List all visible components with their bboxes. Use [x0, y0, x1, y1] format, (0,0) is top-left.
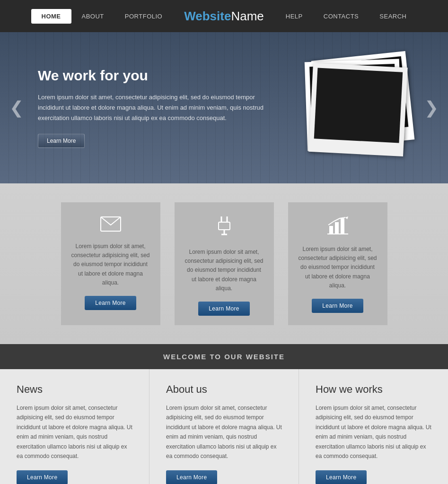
bottom-col-about-text: Lorem ipsum dolor sit amet, consectetur …	[166, 403, 282, 461]
svg-marker-9	[345, 216, 348, 219]
bottom-col-about: About us Lorem ipsum dolor sit amet, con…	[149, 369, 299, 484]
envelope-icon	[100, 216, 121, 234]
polaroid-3	[308, 63, 408, 156]
svg-rect-7	[335, 222, 339, 233]
nav-item-help[interactable]: HELP	[275, 9, 313, 24]
bottom-col-how: How we works Lorem ipsum dolor sit amet,…	[299, 369, 448, 484]
hero-section: ❮ We work for you Lorem ipsum dolor sit …	[0, 32, 448, 183]
chart-icon	[327, 216, 348, 237]
bottom-col-about-heading: About us	[166, 383, 282, 396]
svg-rect-8	[341, 218, 344, 233]
hero-arrow-left[interactable]: ❮	[0, 93, 33, 122]
feature-text-1: Lorem ipsum dolor sit amet, consectetur …	[184, 248, 264, 293]
nav-item-about[interactable]: ABOUT	[71, 9, 114, 24]
photo-area-3	[314, 68, 403, 143]
bottom-col-about-learn-more-button[interactable]: Learn More	[166, 470, 217, 484]
nav-item-portfolio[interactable]: PORTFOLIO	[114, 9, 173, 24]
logo-name: Name	[231, 9, 264, 23]
feature-card-0: Lorem ipsum dolor sit amet, consectetur …	[61, 202, 160, 325]
bottom-col-how-text: Lorem ipsum dolor sit amet, consectetur …	[316, 403, 431, 461]
nav-items: HOME ABOUT PORTFOLIO WebsiteName HELP CO…	[0, 5, 448, 27]
bottom-col-news: News Lorem ipsum dolor sit amet, consect…	[0, 369, 149, 484]
feature-card-2: Lorem ipsum dolor sit amet, consectetur …	[288, 202, 387, 325]
feature-learn-more-button-2[interactable]: Learn More	[312, 299, 363, 313]
feature-text-0: Lorem ipsum dolor sit amet, consectetur …	[70, 242, 151, 287]
logo-website: Website	[184, 9, 231, 23]
hero-arrow-right[interactable]: ❯	[415, 93, 448, 122]
svg-rect-3	[219, 222, 230, 230]
nav-item-search[interactable]: SEARCH	[369, 9, 417, 24]
bottom-col-news-text: Lorem ipsum dolor sit amet, consectetur …	[17, 403, 132, 461]
navbar: HOME ABOUT PORTFOLIO WebsiteName HELP CO…	[0, 0, 448, 32]
plug-icon	[216, 216, 233, 240]
bottom-col-news-learn-more-button[interactable]: Learn More	[17, 470, 68, 484]
polaroid-stack	[287, 51, 410, 164]
nav-item-contacts[interactable]: CONTACTS	[313, 9, 369, 24]
bottom-col-how-learn-more-button[interactable]: Learn More	[316, 470, 367, 484]
feature-card-1: Lorem ipsum dolor sit amet, consectetur …	[175, 202, 274, 325]
features-section: Lorem ipsum dolor sit amet, consectetur …	[0, 183, 448, 344]
feature-learn-more-button-1[interactable]: Learn More	[198, 302, 249, 316]
bottom-col-how-heading: How we works	[316, 383, 431, 396]
bottom-section: News Lorem ipsum dolor sit amet, consect…	[0, 369, 448, 484]
feature-learn-more-button-0[interactable]: Learn More	[85, 296, 136, 310]
welcome-banner: WELCOME TO OUR WEBSITE	[0, 344, 448, 369]
nav-item-home[interactable]: HOME	[31, 9, 71, 24]
bottom-col-news-heading: News	[17, 383, 132, 396]
feature-text-2: Lorem ipsum dolor sit amet, consectetur …	[298, 245, 378, 290]
site-logo: WebsiteName	[173, 5, 275, 27]
svg-rect-6	[329, 226, 333, 233]
